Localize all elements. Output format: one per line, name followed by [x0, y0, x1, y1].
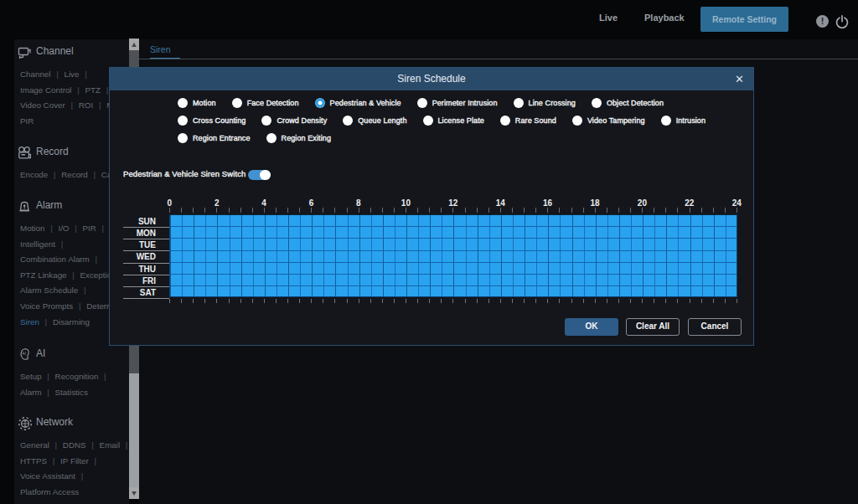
svg-text:AI: AI	[23, 352, 26, 356]
